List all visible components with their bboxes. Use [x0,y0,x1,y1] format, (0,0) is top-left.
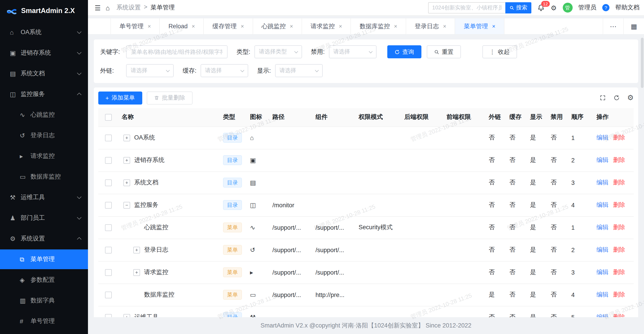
external-select-placeholder: 请选择 [130,67,148,74]
expand-row-button[interactable]: + [124,134,130,141]
delete-link[interactable]: 删除 [613,269,625,276]
sidebar-item-15[interactable]: #单号管理 [0,311,88,331]
fullscreen-button[interactable] [599,95,606,101]
sidebar-item-2[interactable]: ▣进销存系统 [0,43,88,63]
select-all-checkbox[interactable] [105,114,112,121]
sidebar-item-14[interactable]: ▥数据字典 [0,291,88,310]
sidebar-item-7[interactable]: ▸请求监控 [0,146,88,166]
sidebar-item-10[interactable]: ♟部门员工 [0,208,88,228]
tab-3[interactable]: 缓存管理× [204,18,253,34]
global-search-button[interactable]: 搜索 [505,2,531,13]
menu-fold-icon[interactable]: ☰ [95,4,101,11]
edit-link[interactable]: 编辑 [596,269,608,276]
sidebar-item-5[interactable]: ∿心跳监控 [0,105,88,125]
sidebar-item-12[interactable]: ⧉菜单管理 [0,250,88,269]
tab-7[interactable]: 登录日志× [406,18,455,34]
sidebar-item-8[interactable]: ▭数据库监控 [0,167,88,187]
app-logo[interactable]: SmartAdmin 2.X [0,0,88,22]
home-icon[interactable]: ⌂ [106,4,110,11]
edit-link[interactable]: 编辑 [596,179,608,186]
delete-link[interactable]: 删除 [613,224,625,230]
refresh-table-button[interactable] [613,95,620,101]
help-link[interactable]: 帮助文档 [615,4,640,12]
display-select[interactable]: 请选择 [275,64,322,77]
edit-link[interactable]: 编辑 [596,224,608,230]
external-select[interactable]: 请选择 [126,64,174,77]
user-name[interactable]: 管理员 [578,4,596,12]
header-settings-icon[interactable]: ⚙ [551,4,557,11]
vertical-scrollbar[interactable] [641,38,644,88]
cell-disabled: 否 [547,261,568,284]
tab-6[interactable]: 数据库监控× [351,18,406,34]
sidebar-item-3[interactable]: ▤系统文档 [0,64,88,84]
column-settings-button[interactable]: ⚙ [627,94,634,102]
type-select[interactable]: 请选择类型 [254,45,302,58]
tab-close-icon[interactable]: × [148,23,151,30]
chevron-down-icon [240,68,244,72]
delete-link[interactable]: 删除 [613,134,625,141]
row-checkbox[interactable] [105,224,112,231]
chevron-down-icon [77,215,82,220]
tab-close-icon[interactable]: × [241,23,244,30]
sidebar-item-4[interactable]: ◫监控服务 [0,84,88,104]
chevron-up-icon [77,237,82,242]
collapse-row-button[interactable]: − [124,202,130,208]
tab-close-icon[interactable]: × [290,23,293,30]
expand-row-button[interactable]: + [124,157,130,164]
delete-link[interactable]: 删除 [613,179,625,186]
tab-close-icon[interactable]: × [443,23,446,30]
tab-4[interactable]: 心跳监控× [253,18,302,34]
cell-display: 是 [526,216,547,239]
tab-close-icon[interactable]: × [339,23,342,30]
collapse-button[interactable]: ⋮ 收起 [482,45,517,58]
sidebar-item-label: 系统设置 [21,235,74,243]
edit-link[interactable]: 编辑 [596,246,608,253]
sidebar-item-11[interactable]: ⚙系统设置 [0,229,88,248]
sidebar-item-13[interactable]: ◈参数配置 [0,270,88,290]
delete-link[interactable]: 删除 [613,156,625,163]
tab-layout-button[interactable]: ▦ [623,18,644,34]
tab-1[interactable]: 单号管理× [110,18,160,34]
delete-link[interactable]: 删除 [613,246,625,253]
edit-link[interactable]: 编辑 [596,134,608,141]
type-tag: 菜单 [223,245,242,255]
tab-close-icon[interactable]: × [192,23,195,30]
reset-button[interactable]: 重置 [426,45,461,58]
expand-row-button[interactable]: + [133,246,140,253]
expand-row-button[interactable]: + [124,179,130,186]
menu-name: OA系统 [134,134,155,142]
row-checkbox[interactable] [105,180,112,186]
row-checkbox[interactable] [105,269,112,276]
breadcrumb: 系统设置 > 菜单管理 [116,4,175,12]
tab-2[interactable]: Reload× [160,18,204,34]
query-button[interactable]: 查询 [387,45,421,58]
tab-close-icon[interactable]: × [394,23,398,30]
tab-more-button[interactable]: ⋯ [603,18,623,34]
global-search-input[interactable] [428,2,505,13]
edit-link[interactable]: 编辑 [596,291,608,298]
disabled-select[interactable]: 请选择 [329,45,376,58]
sidebar-item-9[interactable]: ⚒运维工具 [0,188,88,207]
tab-8[interactable]: 菜单管理× [455,18,504,34]
user-avatar[interactable]: 管 [562,3,572,12]
tab-5[interactable]: 请求监控× [302,18,351,34]
sidebar-item-6[interactable]: ↺登录日志 [0,126,88,145]
edit-link[interactable]: 编辑 [596,156,608,163]
batch-delete-button[interactable]: 批量删除 [146,91,192,104]
keyword-input[interactable] [126,45,228,58]
cache-select[interactable]: 请选择 [200,64,248,77]
row-checkbox[interactable] [105,292,112,298]
help-icon[interactable]: ? [602,4,610,11]
row-checkbox[interactable] [105,134,112,141]
delete-link[interactable]: 删除 [613,202,625,208]
expand-row-button[interactable]: + [133,269,140,276]
notifications-button[interactable]: 12 [537,4,545,12]
row-checkbox[interactable] [105,157,112,164]
row-checkbox[interactable] [105,247,112,254]
sidebar-item-1[interactable]: ⌂OA系统 [0,22,88,42]
edit-link[interactable]: 编辑 [596,202,608,208]
delete-link[interactable]: 删除 [613,291,625,298]
tab-close-icon[interactable]: × [492,23,496,30]
add-menu-button[interactable]: + 添加菜单 [98,91,142,104]
row-checkbox[interactable] [105,202,112,208]
